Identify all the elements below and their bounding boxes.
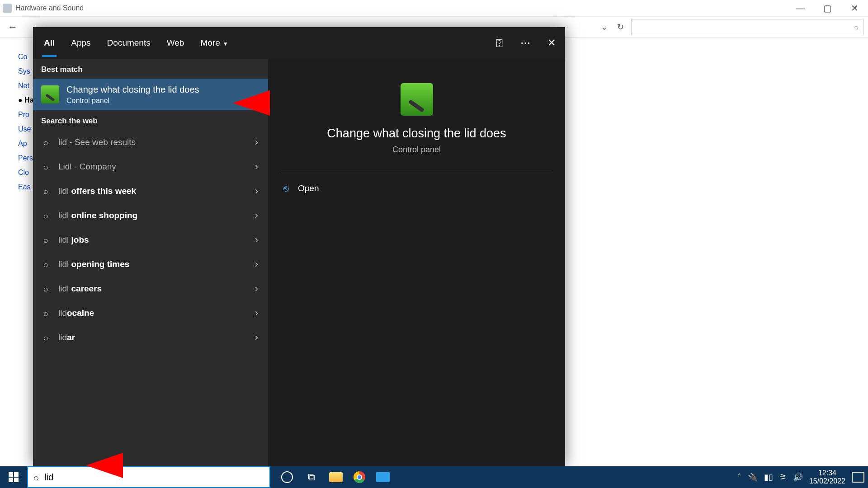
battery-icon[interactable]: ▮▯ (764, 472, 773, 482)
suggestion-text: lidocaine (58, 308, 94, 318)
open-icon: ⎋ (283, 183, 289, 194)
section-best-match: Best match (33, 59, 268, 79)
close-search-button[interactable]: ✕ (542, 34, 561, 52)
suggestion-text: lidl online shopping (58, 211, 137, 221)
best-match-subtitle: Control panel (66, 97, 199, 105)
search-icon: ⌕ (41, 235, 50, 244)
window-title: Hardware and Sound (15, 4, 84, 12)
suggestion-text: Lidl - Company (58, 162, 116, 172)
clock[interactable]: 12:34 15/02/2022 (809, 469, 845, 485)
power-icon[interactable]: 🔌 (748, 472, 758, 482)
chevron-right-icon: › (255, 210, 258, 221)
options-icon[interactable]: ⋯ (516, 34, 534, 52)
window-titlebar: Hardware and Sound — ▢ ✕ (0, 0, 868, 16)
system-tray: ˄ 🔌 ▮▯ ⚞ 🔊 12:34 15/02/2022 (737, 469, 868, 485)
search-icon: ⌕ (41, 284, 50, 293)
tab-web[interactable]: Web (165, 29, 186, 57)
refresh-button[interactable]: ↻ (612, 17, 628, 37)
web-suggestion[interactable]: ⌕lidocaine› (33, 301, 268, 325)
search-preview-pane: Change what closing the lid does Control… (268, 59, 565, 466)
chevron-right-icon: › (255, 307, 258, 319)
preview-subtitle: Control panel (392, 145, 441, 155)
cp-sidebar-item[interactable]: Clo (18, 165, 34, 180)
suggestion-text: lidl opening times (58, 259, 129, 269)
close-window-button[interactable]: ✕ (841, 0, 868, 16)
search-icon: ⌕ (41, 260, 50, 269)
annotation-arrow (86, 453, 123, 478)
control-panel-taskbar-button[interactable] (376, 472, 390, 482)
web-suggestion[interactable]: ⌕lidl online shopping› (33, 203, 268, 228)
web-suggestion[interactable]: ⌕lidl offers this week› (33, 179, 268, 203)
web-suggestion[interactable]: ⌕lidl jobs› (33, 228, 268, 252)
clock-date: 15/02/2022 (809, 477, 845, 485)
best-match-title: Change what closing the lid does (66, 84, 199, 95)
suggestion-text: lidar (58, 333, 75, 343)
minimize-button[interactable]: — (787, 0, 814, 16)
tray-overflow-button[interactable]: ˄ (737, 472, 741, 482)
web-suggestion[interactable]: ⌕Lidl - Company› (33, 155, 268, 179)
web-suggestion[interactable]: ⌕lidl careers› (33, 277, 268, 301)
suggestion-text: lidl careers (58, 284, 102, 294)
power-lid-icon (401, 83, 433, 116)
open-action[interactable]: ⎋ Open (282, 176, 552, 201)
cp-sidebar-item[interactable]: Sys (18, 64, 34, 79)
tab-more[interactable]: More▼ (198, 29, 230, 57)
web-suggestion[interactable]: ⌕lid - See web results› (33, 130, 268, 155)
cp-sidebar-item[interactable]: Eas (18, 180, 34, 194)
back-button[interactable]: ← (5, 19, 21, 35)
feedback-icon[interactable]: ⍰ (490, 34, 508, 52)
start-button[interactable] (0, 466, 27, 488)
chevron-down-icon: ▼ (223, 41, 228, 47)
search-icon: ⌕ (41, 309, 50, 318)
taskbar-search-input[interactable]: ⌕ lid (27, 466, 270, 488)
tab-documents[interactable]: Documents (105, 29, 152, 57)
web-suggestion[interactable]: ⌕lidl opening times› (33, 252, 268, 277)
chrome-button[interactable] (354, 471, 365, 483)
cp-sidebar-item[interactable]: Use (18, 122, 34, 136)
chevron-right-icon: › (255, 332, 258, 343)
chevron-right-icon: › (255, 136, 258, 148)
search-filter-tabs: All Apps Documents Web More▼ ⍰ ⋯ ✕ (33, 27, 565, 59)
suggestion-text: lid - See web results (58, 137, 136, 147)
start-search-flyout: All Apps Documents Web More▼ ⍰ ⋯ ✕ Best … (33, 27, 565, 466)
maximize-button[interactable]: ▢ (814, 0, 841, 16)
suggestion-text: lidl offers this week (58, 186, 136, 196)
address-dropdown-button[interactable]: ⌄ (596, 17, 612, 37)
search-icon: ⌕ (41, 162, 50, 171)
control-panel-icon (3, 4, 12, 13)
cp-sidebar-item[interactable]: Ha (18, 93, 34, 108)
cp-sidebar-item[interactable]: Pers (18, 151, 34, 165)
cp-sidebar-item[interactable]: Pro (18, 108, 34, 122)
chevron-right-icon: › (255, 283, 258, 295)
tab-apps[interactable]: Apps (69, 29, 92, 57)
search-icon: ⌕ (41, 333, 50, 342)
taskbar-pinned-apps: ⧉ (280, 470, 390, 484)
task-view-button[interactable]: ⧉ (305, 470, 318, 484)
chevron-right-icon: › (255, 234, 258, 246)
wifi-icon[interactable]: ⚞ (779, 472, 787, 482)
search-icon: ⌕ (41, 211, 50, 220)
power-lid-icon (41, 85, 59, 103)
annotation-arrow (233, 90, 270, 116)
volume-icon[interactable]: 🔊 (793, 472, 803, 482)
cp-sidebar-item[interactable]: Net (18, 79, 34, 93)
cortana-button[interactable] (280, 470, 294, 484)
taskbar: ⌕ lid ⧉ ˄ 🔌 ▮▯ ⚞ 🔊 12:34 15/02/2022 (0, 466, 868, 488)
cp-sidebar-item[interactable]: Ap (18, 136, 34, 151)
control-panel-sidebar: CoSysNetHaProUseApPersCloEas (18, 50, 34, 194)
web-suggestion[interactable]: ⌕lidar› (33, 325, 268, 350)
search-icon: ⌕ (41, 138, 50, 147)
cp-sidebar-item[interactable]: Co (18, 50, 34, 64)
windows-logo-icon (9, 472, 19, 482)
action-center-button[interactable] (852, 472, 864, 483)
clock-time: 12:34 (809, 469, 845, 477)
search-query-text: lid (44, 472, 53, 483)
control-panel-search[interactable]: ⌕ (631, 19, 863, 35)
search-icon: ⌕ (854, 23, 859, 31)
file-explorer-button[interactable] (329, 472, 343, 482)
tab-all[interactable]: All (42, 29, 57, 57)
chevron-right-icon: › (255, 185, 258, 197)
chevron-right-icon: › (255, 161, 258, 173)
open-label: Open (298, 183, 319, 193)
suggestion-text: lidl jobs (58, 235, 89, 245)
